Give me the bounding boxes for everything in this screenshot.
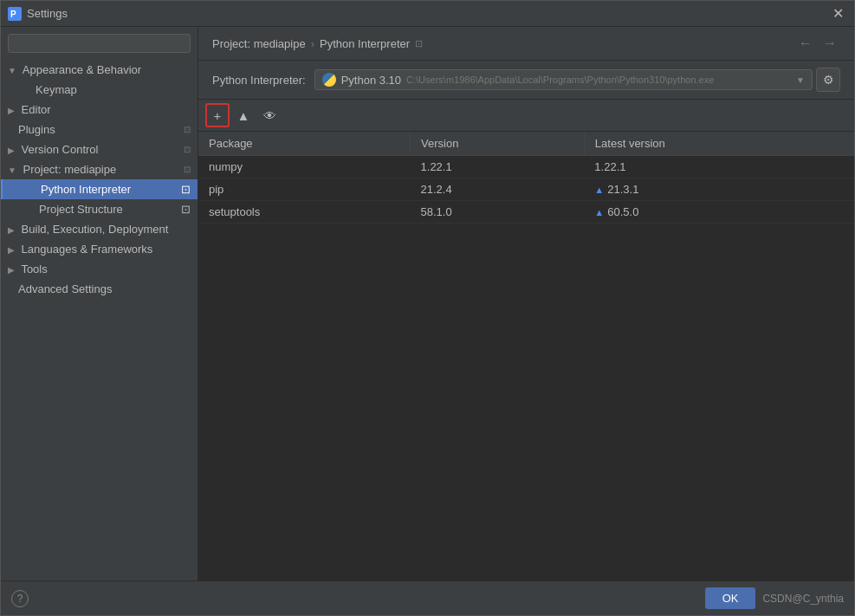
help-button[interactable]: ?: [11, 590, 29, 607]
title-bar: P Settings ✕: [1, 1, 854, 27]
col-version: Version: [411, 132, 585, 156]
sidebar: ▼ Appearance & Behavior Keymap ▶ Editor …: [1, 27, 198, 580]
package-latest: 1.22.1: [584, 156, 853, 178]
ok-button[interactable]: OK: [705, 587, 756, 609]
table-row[interactable]: numpy 1.22.1 1.22.1: [198, 156, 854, 178]
sidebar-item-label: ▼ Project: mediapipe: [8, 163, 116, 176]
col-package: Package: [198, 132, 411, 156]
svg-text:P: P: [10, 10, 16, 19]
interpreter-label: Python Interpreter:: [212, 74, 306, 87]
app-icon: P: [8, 7, 22, 21]
main-content: ▼ Appearance & Behavior Keymap ▶ Editor …: [1, 27, 854, 580]
back-button[interactable]: ←: [795, 34, 816, 53]
interpreter-dropdown-text: Python 3.10 C:\Users\m1986\AppData\Local…: [322, 73, 715, 87]
breadcrumb-separator: ›: [311, 37, 314, 50]
packages-table: Package Version Latest version numpy 1.2…: [198, 132, 854, 224]
sidebar-item-languages[interactable]: ▶ Languages & Frameworks: [1, 239, 198, 259]
python-path: C:\Users\m1986\AppData\Local\Programs\Py…: [406, 75, 714, 85]
forward-button[interactable]: →: [819, 34, 840, 53]
close-button[interactable]: ✕: [829, 3, 847, 23]
package-latest: ▲ 21.3.1: [584, 178, 853, 201]
sidebar-item-label: Project Structure: [39, 203, 123, 216]
sidebar-item-keymap[interactable]: Keymap: [1, 80, 198, 100]
interpreter-dropdown[interactable]: Python 3.10 C:\Users\m1986\AppData\Local…: [314, 69, 813, 90]
upgrade-arrow-icon: ▲: [594, 185, 604, 195]
latest-version-badge: ▲ 60.5.0: [594, 205, 843, 218]
sidebar-item-editor[interactable]: ▶ Editor: [1, 100, 198, 120]
bottom-bar: ? OK CSDN@C_ynthia: [1, 580, 854, 615]
sidebar-item-label: ▶ Editor: [8, 103, 51, 116]
interpreter-settings-button[interactable]: ⚙: [816, 68, 840, 92]
sidebar-item-tools[interactable]: ▶ Tools: [1, 259, 198, 279]
expand-arrow: ▶: [8, 106, 15, 115]
sidebar-item-label: ▼ Appearance & Behavior: [8, 63, 141, 76]
sidebar-item-project-mediapipe[interactable]: ▼ Project: mediapipe ⊡: [1, 159, 198, 179]
sidebar-item-label: Keymap: [36, 83, 77, 96]
package-name: pip: [198, 178, 411, 201]
sidebar-item-plugins[interactable]: Plugins ⊡: [1, 120, 198, 139]
breadcrumb-icon: ⊡: [415, 38, 423, 49]
pi-icon: ⊡: [181, 183, 191, 196]
package-version: 58.1.0: [411, 201, 585, 224]
upgrade-arrow-icon: ▲: [594, 207, 604, 217]
plugin-icon: ⊡: [184, 125, 191, 134]
expand-arrow: ▶: [8, 146, 15, 155]
python-icon: [322, 73, 336, 87]
sidebar-item-label: ▶ Languages & Frameworks: [8, 243, 152, 256]
sidebar-item-label: Python Interpreter: [41, 183, 131, 196]
package-name: setuptools: [198, 201, 411, 224]
watermark-text: CSDN@C_ynthia: [762, 593, 844, 605]
latest-version-badge: 1.22.1: [594, 160, 843, 173]
table-header-row: Package Version Latest version: [198, 132, 854, 156]
sidebar-item-label: Advanced Settings: [18, 282, 112, 295]
sidebar-item-python-interpreter[interactable]: Python Interpreter ⊡: [1, 179, 198, 199]
latest-version-text: 1.22.1: [594, 160, 625, 173]
sidebar-item-advanced-settings[interactable]: Advanced Settings: [1, 279, 198, 299]
show-details-button[interactable]: 👁: [257, 103, 282, 127]
dropdown-arrow-icon: ▼: [796, 75, 805, 85]
latest-version-text: 60.5.0: [607, 205, 638, 218]
panel-header: Project: mediapipe › Python Interpreter …: [198, 27, 854, 61]
up-arrow-icon: ▲: [237, 108, 250, 123]
breadcrumb-page: Python Interpreter: [320, 37, 410, 50]
expand-arrow: ▶: [8, 245, 15, 255]
upgrade-package-button[interactable]: ▲: [231, 103, 256, 127]
table-row[interactable]: pip 21.2.4 ▲ 21.3.1: [198, 178, 854, 201]
toolbar: + ▲ 👁: [198, 100, 854, 132]
package-name: numpy: [198, 156, 411, 178]
expand-arrow: ▶: [8, 265, 15, 275]
sidebar-item-label: Plugins: [18, 123, 55, 136]
sidebar-item-appearance[interactable]: ▼ Appearance & Behavior: [1, 60, 198, 80]
question-mark-icon: ?: [17, 593, 23, 605]
interpreter-bar: Python Interpreter: Python 3.10 C:\Users…: [198, 61, 854, 100]
add-package-button[interactable]: +: [205, 103, 230, 127]
plus-icon: +: [214, 108, 222, 123]
expand-arrow: ▼: [8, 165, 16, 175]
eye-icon: 👁: [263, 108, 276, 123]
nav-arrows: ← →: [795, 34, 840, 53]
window-title: Settings: [27, 7, 68, 20]
latest-version-text: 21.3.1: [607, 183, 638, 196]
settings-window: P Settings ✕ ▼ Appearance & Behavior Key…: [0, 0, 855, 616]
title-bar-left: P Settings: [8, 7, 68, 21]
right-panel: Project: mediapipe › Python Interpreter …: [198, 27, 854, 580]
interpreter-select-wrapper: Python 3.10 C:\Users\m1986\AppData\Local…: [314, 68, 840, 92]
python-version: Python 3.10: [341, 74, 401, 87]
sidebar-item-label: ▶ Tools: [8, 263, 48, 276]
package-latest: ▲ 60.5.0: [584, 201, 853, 224]
breadcrumb: Project: mediapipe › Python Interpreter …: [212, 37, 423, 50]
sidebar-item-label: ▶ Build, Execution, Deployment: [8, 223, 168, 236]
package-version: 1.22.1: [411, 156, 585, 178]
search-input[interactable]: [8, 34, 191, 53]
col-latest: Latest version: [584, 132, 853, 156]
table-row[interactable]: setuptools 58.1.0 ▲ 60.5.0: [198, 201, 854, 224]
breadcrumb-project: Project: mediapipe: [212, 37, 306, 50]
sidebar-item-project-structure[interactable]: Project Structure ⊡: [1, 199, 198, 219]
expand-arrow: ▶: [8, 225, 15, 235]
sidebar-item-version-control[interactable]: ▶ Version Control ⊡: [1, 139, 198, 159]
vcs-icon: ⊡: [184, 145, 191, 154]
project-icon: ⊡: [184, 165, 191, 174]
sidebar-item-build[interactable]: ▶ Build, Execution, Deployment: [1, 219, 198, 239]
expand-arrow: ▼: [8, 66, 16, 75]
package-version: 21.2.4: [411, 178, 585, 201]
